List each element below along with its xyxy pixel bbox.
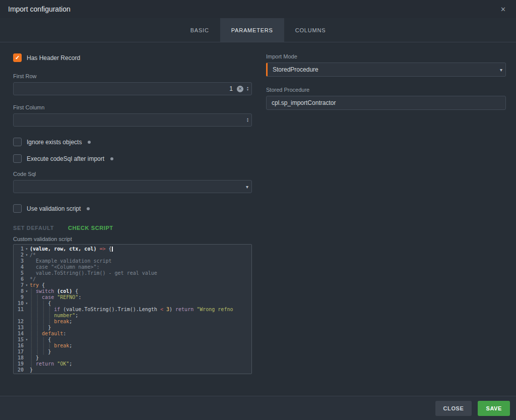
fold-arrow-icon: [24, 349, 30, 355]
close-button[interactable]: CLOSE: [435, 401, 472, 416]
dialog-footer: CLOSE SAVE: [0, 396, 516, 420]
fold-arrow-icon: [24, 331, 30, 337]
checkbox-checked-box: ✓: [13, 53, 22, 62]
number-stepper[interactable]: ▴ ▾: [247, 86, 248, 91]
stepper-down-icon[interactable]: ▾: [247, 89, 248, 91]
editor-line: 10▾│ │ │ {: [14, 301, 251, 307]
use-validation-script-checkbox[interactable]: Use validation script: [13, 204, 252, 213]
editor-line: 15▾│ │ │ {: [14, 337, 251, 343]
fold-arrow-icon[interactable]: ▾: [24, 282, 30, 288]
editor-line: 2▾/*: [14, 252, 251, 258]
stored-procedure-label: Stored Procedure: [266, 87, 506, 93]
set-default-button[interactable]: SET DEFAULT: [13, 225, 54, 231]
tab-basic[interactable]: BASIC: [179, 18, 220, 42]
fold-arrow-icon: [24, 294, 30, 301]
fold-arrow-icon[interactable]: ▾: [24, 337, 30, 343]
stored-procedure-input[interactable]: [272, 99, 502, 106]
execute-codesql-checkbox[interactable]: Execute codeSql after import: [13, 154, 252, 163]
script-actions: SET DEFAULT CHECK SCRIPT: [13, 225, 252, 231]
checkbox-unchecked-box: [13, 154, 22, 163]
editor-line: 7▾try {: [14, 282, 251, 288]
editor-line: 21catch {}: [14, 373, 251, 374]
info-dot-icon: [87, 207, 90, 210]
first-row-field: ✕ ▴ ▾: [13, 82, 252, 95]
editor-line: 14│ │ default:: [14, 331, 251, 337]
chevron-down-icon: ▾: [500, 67, 502, 73]
import-mode-label: Import Mode: [266, 53, 506, 59]
editor-line: 5 value.ToString().Trim() - get real val…: [14, 270, 251, 276]
fold-arrow-icon[interactable]: ▾: [24, 301, 30, 307]
editor-line: 1▾(value, row, ctx, col) => {: [14, 246, 251, 252]
first-column-field: ▴ ▾: [13, 113, 252, 127]
fold-arrow-icon: [24, 319, 30, 325]
code-sql-label: Code Sql: [13, 171, 252, 177]
checkbox-unchecked-box: [13, 204, 22, 213]
editor-line: 3 Example validation script: [14, 258, 251, 264]
first-row-label: First Row: [13, 73, 252, 79]
fold-arrow-icon: [24, 307, 30, 313]
editor-line: 18│ }: [14, 355, 251, 361]
fold-arrow-icon[interactable]: ▾: [24, 252, 30, 258]
fold-arrow-icon[interactable]: ▾: [24, 288, 30, 294]
fold-arrow-icon: [24, 355, 30, 361]
fold-arrow-icon: [24, 343, 30, 349]
right-column: Import Mode StoredProcedure ▾ Stored Pro…: [266, 49, 506, 396]
stored-procedure-field: [266, 96, 506, 110]
chevron-down-icon: ▾: [246, 184, 248, 190]
info-dot-icon: [88, 141, 91, 144]
checkbox-label: Use validation script: [27, 205, 81, 212]
editor-line: 6*/: [14, 276, 251, 282]
save-button[interactable]: SAVE: [478, 401, 510, 416]
fold-arrow-icon: [24, 361, 30, 367]
checkbox-label: Has Header Record: [27, 54, 80, 62]
editor-line: 11│ │ │ │ if (value.ToString().Trim().Le…: [14, 307, 251, 313]
info-dot-icon: [110, 157, 113, 160]
code-sql-select[interactable]: ▾: [13, 180, 252, 193]
fold-arrow-icon: [24, 325, 30, 331]
editor-line: 8▾│ switch (col) {: [14, 288, 251, 294]
editor-line: 19│ return "OK";: [14, 361, 251, 367]
check-icon: ✓: [15, 55, 20, 61]
number-stepper[interactable]: ▴ ▾: [247, 117, 248, 123]
fold-arrow-icon: [24, 270, 30, 276]
custom-validation-script-editor[interactable]: 1▾(value, row, ctx, col) => {2▾/*3 Examp…: [13, 244, 252, 374]
has-header-record-checkbox[interactable]: ✓ Has Header Record: [13, 53, 252, 62]
select-value: StoredProcedure: [273, 66, 500, 73]
tab-bar: BASIC PARAMETERS COLUMNS: [0, 18, 516, 42]
custom-validation-script-label: Custom validation script: [13, 236, 252, 242]
dialog-title: Import configuration: [8, 5, 71, 13]
editor-line: 9│ │ case "REFNO":: [14, 294, 251, 301]
editor-line: 20}: [14, 367, 251, 373]
editor-line: 4 case "<Column name>":: [14, 264, 251, 270]
first-column-label: First Column: [13, 104, 252, 110]
close-icon[interactable]: ✕: [498, 5, 508, 14]
checkbox-label: Execute codeSql after import: [27, 155, 104, 162]
fold-arrow-icon[interactable]: ▾: [24, 246, 30, 252]
checkbox-label: Ignore exists objects: [27, 139, 82, 146]
dialog-titlebar: Import configuration ✕: [0, 0, 516, 18]
ignore-exists-objects-checkbox[interactable]: Ignore exists objects: [13, 138, 252, 146]
editor-line: 13│ │ │ }: [14, 325, 251, 331]
tab-parameters[interactable]: PARAMETERS: [220, 18, 284, 42]
dialog-content: ✓ Has Header Record First Row ✕ ▴ ▾ Firs…: [0, 42, 516, 396]
import-mode-select[interactable]: StoredProcedure ▾: [266, 63, 506, 77]
fold-arrow-icon: [24, 313, 30, 319]
editor-line: 17│ │ │ }: [14, 349, 251, 355]
fold-arrow-icon: [24, 264, 30, 270]
check-script-button[interactable]: CHECK SCRIPT: [68, 225, 113, 231]
first-column-input[interactable]: [19, 116, 243, 124]
editor-line: 12│ │ │ │ break;: [14, 319, 251, 325]
fold-arrow-icon: [24, 367, 30, 373]
fold-arrow-icon: [24, 276, 30, 282]
text-cursor: [112, 247, 113, 252]
tab-columns[interactable]: COLUMNS: [284, 18, 337, 42]
editor-line: │ │ │ │ number";: [14, 313, 251, 319]
import-configuration-dialog: Import configuration ✕ BASIC PARAMETERS …: [0, 0, 516, 420]
first-row-input[interactable]: [19, 85, 233, 92]
stepper-down-icon[interactable]: ▾: [247, 120, 248, 123]
checkbox-unchecked-box: [13, 138, 22, 146]
editor-line: 16│ │ │ │ break;: [14, 343, 251, 349]
clear-value-icon[interactable]: ✕: [237, 86, 243, 92]
left-column: ✓ Has Header Record First Row ✕ ▴ ▾ Firs…: [13, 49, 252, 396]
fold-arrow-icon: [24, 373, 30, 374]
